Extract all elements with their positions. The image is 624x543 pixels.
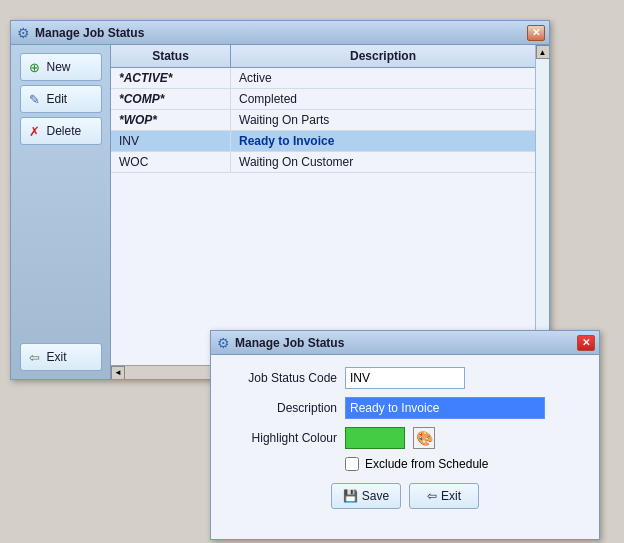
job-status-code-input[interactable] (345, 367, 465, 389)
cell-status: INV (111, 131, 231, 151)
scroll-left-btn[interactable]: ◄ (111, 366, 125, 380)
form-row-colour: Highlight Colour 🎨 (227, 427, 583, 449)
table-area: Status Description *ACTIVE*Active*COMP*C… (111, 45, 549, 379)
dialog-content: Job Status Code Description Highlight Co… (211, 355, 599, 521)
new-button[interactable]: ⊕ New (20, 53, 102, 81)
main-titlebar-icon: ⚙ (15, 25, 31, 41)
dialog-buttons: 💾 Save ⇦ Exit (227, 483, 583, 509)
edit-icon: ✎ (27, 91, 43, 107)
cell-status: WOC (111, 152, 231, 172)
table-header: Status Description (111, 45, 535, 68)
edit-button[interactable]: ✎ Edit (20, 85, 102, 113)
table-row[interactable]: INVReady to Invoice (111, 131, 535, 152)
table-row[interactable]: *WOP*Waiting On Parts (111, 110, 535, 131)
form-row-code: Job Status Code (227, 367, 583, 389)
cell-status: *WOP* (111, 110, 231, 130)
dialog-exit-button[interactable]: ⇦ Exit (409, 483, 479, 509)
colour-swatch[interactable] (345, 427, 405, 449)
table-row[interactable]: WOCWaiting On Customer (111, 152, 535, 173)
cell-description: Completed (231, 89, 535, 109)
dialog-exit-icon: ⇦ (427, 489, 437, 503)
job-status-code-label: Job Status Code (227, 371, 337, 385)
edit-label: Edit (47, 92, 68, 106)
cell-description: Waiting On Parts (231, 110, 535, 130)
main-content: ⊕ New ✎ Edit ✗ Delete ⇦ Exit (11, 45, 549, 379)
table-row[interactable]: *COMP*Completed (111, 89, 535, 110)
new-icon: ⊕ (27, 59, 43, 75)
cell-description: Active (231, 68, 535, 88)
dialog-titlebar: ⚙ Manage Job Status ✕ (211, 331, 599, 355)
exclude-label: Exclude from Schedule (365, 457, 488, 471)
data-table: Status Description *ACTIVE*Active*COMP*C… (111, 45, 549, 365)
main-title: Manage Job Status (35, 26, 527, 40)
save-icon: 💾 (343, 489, 358, 503)
exit-icon: ⇦ (27, 349, 43, 365)
col-status: Status (111, 45, 231, 67)
dialog-close-button[interactable]: ✕ (577, 335, 595, 351)
dialog-window: ⚙ Manage Job Status ✕ Job Status Code De… (210, 330, 600, 540)
dialog-titlebar-icon: ⚙ (215, 335, 231, 351)
delete-icon: ✗ (27, 123, 43, 139)
save-button[interactable]: 💾 Save (331, 483, 401, 509)
highlight-colour-label: Highlight Colour (227, 431, 337, 445)
description-input[interactable] (345, 397, 545, 419)
colour-picker-button[interactable]: 🎨 (413, 427, 435, 449)
cell-description: Waiting On Customer (231, 152, 535, 172)
vertical-scrollbar[interactable]: ▲ ▼ (535, 45, 549, 365)
description-label: Description (227, 401, 337, 415)
scroll-track[interactable] (536, 59, 549, 351)
save-label: Save (362, 489, 389, 503)
delete-button[interactable]: ✗ Delete (20, 117, 102, 145)
new-label: New (47, 60, 71, 74)
table-row[interactable]: *ACTIVE*Active (111, 68, 535, 89)
dialog-title: Manage Job Status (235, 336, 577, 350)
cell-status: *COMP* (111, 89, 231, 109)
dialog-exit-label: Exit (441, 489, 461, 503)
exclude-row: Exclude from Schedule (345, 457, 583, 471)
scroll-up-btn[interactable]: ▲ (536, 45, 550, 59)
delete-label: Delete (47, 124, 82, 138)
cell-description: Ready to Invoice (231, 131, 535, 151)
exit-label: Exit (47, 350, 67, 364)
sidebar: ⊕ New ✎ Edit ✗ Delete ⇦ Exit (11, 45, 111, 379)
exclude-checkbox[interactable] (345, 457, 359, 471)
form-row-desc: Description (227, 397, 583, 419)
cell-status: *ACTIVE* (111, 68, 231, 88)
main-window: ⚙ Manage Job Status ✕ ⊕ New ✎ Edit ✗ Del… (10, 20, 550, 380)
main-titlebar: ⚙ Manage Job Status ✕ (11, 21, 549, 45)
exit-button[interactable]: ⇦ Exit (20, 343, 102, 371)
main-close-button[interactable]: ✕ (527, 25, 545, 41)
table-body: *ACTIVE*Active*COMP*Completed*WOP*Waitin… (111, 68, 535, 362)
col-description: Description (231, 45, 535, 67)
